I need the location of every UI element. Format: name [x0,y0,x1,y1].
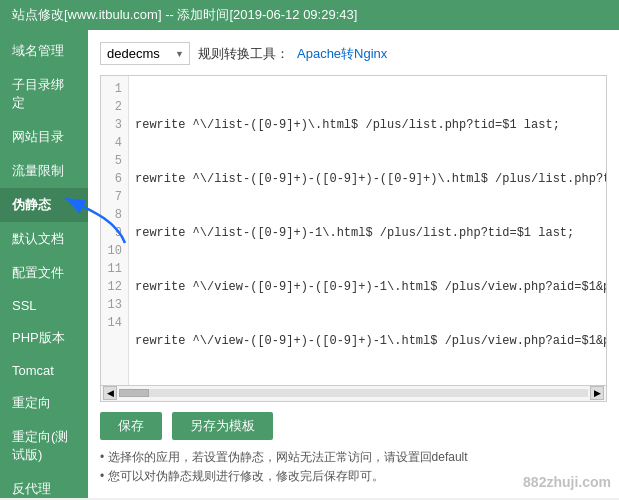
cms-select-wrapper: dedecms wordpress discuz default [100,42,190,65]
sidebar-item-redirect[interactable]: 重定向 [0,386,88,420]
toolbar-row: dedecms wordpress discuz default 规则转换工具：… [100,42,607,65]
code-content[interactable]: rewrite ^\/list-([0-9]+)\.html$ /plus/li… [129,76,606,385]
page-header: 站点修改[www.itbulu.com] -- 添加时间[2019-06-12 … [0,0,619,30]
scroll-track [119,389,588,397]
code-editor[interactable]: 1 2 3 4 5 6 7 8 9 10 11 12 13 14 rewrite… [100,75,607,386]
content-area: dedecms wordpress discuz default 规则转换工具：… [88,30,619,498]
header-title: 站点修改[www.itbulu.com] -- 添加时间[2019-06-12 … [12,7,357,22]
sidebar-item-default-doc[interactable]: 默认文档 [0,222,88,256]
sidebar-item-webdir[interactable]: 网站目录 [0,120,88,154]
save-template-button[interactable]: 另存为模板 [172,412,273,440]
cms-select[interactable]: dedecms wordpress discuz default [100,42,190,65]
rule-link[interactable]: Apache转Nginx [297,45,387,63]
main-layout: 域名管理 子目录绑定 网站目录 流量限制 伪静态 默认文档 配置文件 SSL P… [0,30,619,498]
sidebar-item-config[interactable]: 配置文件 [0,256,88,290]
note-1: 选择你的应用，若设置伪静态，网站无法正常访问，请设置回default [100,448,607,467]
sidebar-item-reverse-proxy[interactable]: 反代理 [0,472,88,500]
scroll-left-button[interactable]: ◀ [103,386,117,400]
sidebar-item-tomcat[interactable]: Tomcat [0,355,88,386]
scroll-right-button[interactable]: ▶ [590,386,604,400]
sidebar-item-ssl[interactable]: SSL [0,290,88,321]
sidebar: 域名管理 子目录绑定 网站目录 流量限制 伪静态 默认文档 配置文件 SSL P… [0,30,88,498]
scroll-thumb[interactable] [119,389,149,397]
save-button[interactable]: 保存 [100,412,162,440]
buttons-row: 保存 另存为模板 [100,412,607,440]
sidebar-item-traffic[interactable]: 流量限制 [0,154,88,188]
notes-section: 选择你的应用，若设置伪静态，网站无法正常访问，请设置回default 您可以对伪… [100,448,607,486]
line-numbers: 1 2 3 4 5 6 7 8 9 10 11 12 13 14 [101,76,129,385]
horizontal-scrollbar[interactable]: ◀ ▶ [100,386,607,402]
rule-label: 规则转换工具： [198,45,289,63]
sidebar-item-redirect-test[interactable]: 重定向(测试版) [0,420,88,472]
sidebar-item-php[interactable]: PHP版本 [0,321,88,355]
sidebar-item-subdir[interactable]: 子目录绑定 [0,68,88,120]
sidebar-item-pseudostatic[interactable]: 伪静态 [0,188,88,222]
sidebar-item-domain[interactable]: 域名管理 [0,34,88,68]
note-2: 您可以对伪静态规则进行修改，修改完后保存即可。 [100,467,607,486]
